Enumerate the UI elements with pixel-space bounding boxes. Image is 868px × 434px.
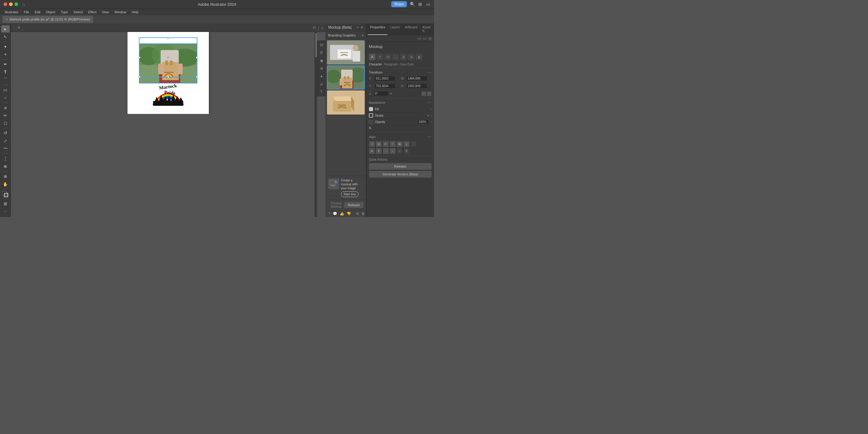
align-top-icon[interactable]: ⊤ [390, 141, 396, 147]
menu-object[interactable]: Object [43, 10, 58, 14]
hand-tool[interactable]: ✋ [1, 181, 10, 188]
mockup-thumb-3[interactable]: Martock Pride [327, 90, 365, 115]
distribute-left-icon[interactable]: ⋮ [410, 141, 416, 147]
ellipse-tool[interactable]: ○ [1, 94, 10, 101]
handle-tr[interactable] [196, 37, 198, 39]
transform-nav-icon[interactable]: ⊕ [318, 65, 325, 72]
preview-mockup-button[interactable]: Preview Mockup [328, 202, 344, 208]
minimize-button[interactable] [9, 2, 13, 6]
fill-color-swatch[interactable] [369, 107, 373, 111]
artboard-tool[interactable]: ⊞ [1, 200, 10, 207]
lasso-tool[interactable]: ⌖ [1, 51, 10, 58]
panel-close-icon[interactable]: ✕ [361, 25, 364, 30]
align-center-h-icon[interactable]: ⊟ [376, 141, 382, 147]
text-tool[interactable]: T [1, 68, 10, 76]
collapse-icon[interactable]: « [321, 26, 323, 30]
h-input[interactable] [406, 84, 427, 89]
shaper-tool[interactable]: ⬡ [1, 120, 10, 127]
angle-input[interactable] [373, 91, 389, 96]
menu-view[interactable]: View [99, 10, 112, 14]
search-icon[interactable]: 🔍 [410, 2, 415, 7]
tab-close-icon[interactable]: ✕ [5, 18, 8, 21]
flip-v-icon[interactable]: ↕ [427, 91, 432, 96]
add-icon[interactable]: ⊞ [356, 212, 359, 216]
share-button[interactable]: Share [391, 1, 407, 7]
tab-properties[interactable]: Properties [368, 24, 388, 35]
paintbrush-tool[interactable]: ⌀ [1, 104, 10, 111]
y-input[interactable] [374, 84, 396, 89]
dist-eq-icon[interactable]: ≡ [397, 148, 403, 154]
dist-h-icon[interactable]: ⇔ [369, 148, 375, 154]
appearance-more-icon[interactable]: ⋯ [427, 100, 432, 105]
branding-section-header[interactable]: Branding Graphics ▾ [326, 32, 366, 39]
rp-rect-icon[interactable]: ▭ [417, 36, 421, 41]
magic-wand-tool[interactable]: ✦ [1, 43, 10, 50]
maximize-button[interactable] [14, 2, 18, 6]
pathfinder-nav-icon[interactable]: ⊕ [408, 54, 415, 60]
curve-tool[interactable]: ⌒ [1, 76, 10, 84]
release-button[interactable]: Release [344, 202, 364, 208]
w-input[interactable] [406, 76, 427, 81]
opentype-icon[interactable]: Ot [384, 54, 391, 60]
help-icon[interactable]: ? [328, 212, 330, 216]
brush-nav-icon[interactable]: ⌀ [318, 81, 325, 87]
thumbs-up-icon[interactable]: 👍 [340, 212, 344, 216]
tab-layers[interactable]: Layers [388, 24, 402, 35]
blend-tool[interactable]: ⊗ [1, 163, 10, 170]
type-nav-icon[interactable]: T [318, 89, 325, 95]
close-button[interactable] [4, 2, 7, 6]
tab-assets[interactable]: Asset E. [420, 24, 433, 35]
warp-tool[interactable]: 〜 [1, 145, 10, 152]
menu-type[interactable]: Type [59, 10, 70, 14]
opacity-input[interactable] [417, 120, 429, 124]
window-controls[interactable]: ⌂ [4, 2, 25, 7]
qa-release-button[interactable]: Release [369, 163, 432, 170]
fill-stroke-indicator[interactable] [1, 190, 10, 197]
scrollbar-thumb[interactable] [315, 33, 317, 57]
dist-v-icon[interactable]: ⇕ [376, 148, 382, 154]
mockup-image-container[interactable]: Martock Pride [139, 37, 197, 78]
rp-info-icon[interactable]: ◎ [428, 36, 432, 41]
document-tab[interactable]: ✕ Martock pride profile pic.ai* @ 13.61 … [2, 16, 93, 23]
mockup-thumb-2[interactable]: Martock Pride [327, 65, 365, 90]
opacity-more-icon[interactable]: › [431, 120, 432, 124]
rotate-view-icon[interactable]: ↕ [13, 26, 15, 30]
align-left-icon[interactable]: ⊣ [369, 141, 375, 147]
tab-artboard[interactable]: Artboard [402, 24, 420, 35]
menu-help[interactable]: Help [129, 10, 141, 14]
rect-tool[interactable]: ▭ [1, 86, 10, 93]
x-input[interactable] [374, 76, 396, 81]
menu-file[interactable]: File [22, 10, 32, 14]
qa-generate-vectors-button[interactable]: Generate Vectors (Beta) [369, 171, 432, 178]
more-tools[interactable]: ⋯ [1, 208, 10, 215]
canvas-area[interactable]: Martock Pride [11, 32, 326, 114]
mockup-thumb-1[interactable]: Martock Pride [327, 40, 365, 64]
dist-eq2-icon[interactable]: ≣ [404, 148, 410, 154]
menu-illustrator[interactable]: Illustrator [2, 10, 21, 14]
direct-selection-tool[interactable]: ↖ [1, 33, 10, 40]
grid-icon[interactable]: ⊞ [418, 2, 423, 7]
align-more-icon[interactable]: ⋯ [427, 134, 432, 139]
vertical-scrollbar[interactable] [315, 32, 317, 217]
dist-top-icon[interactable]: ↑ [383, 148, 389, 154]
start-tour-button[interactable]: Start tour [341, 191, 359, 197]
selection-tool[interactable]: ▸ [1, 25, 10, 33]
grid-view-icon[interactable]: ⊟ [313, 26, 315, 30]
menu-edit[interactable]: Edit [32, 10, 43, 14]
pencil-tool[interactable]: ✏ [1, 112, 10, 119]
menu-select[interactable]: Select [71, 10, 85, 14]
artboard-nav-icon[interactable]: ⊟ [318, 41, 325, 48]
pen-tool[interactable]: ✒ [1, 61, 10, 68]
zoom-control[interactable]: ⊕ [18, 26, 20, 30]
color-nav-icon[interactable]: ● [318, 73, 325, 80]
rotate-tool[interactable]: ↺ [1, 129, 10, 136]
align-center-v-icon[interactable]: ⊞ [397, 141, 403, 147]
delete-icon[interactable]: 🗑 [361, 212, 365, 216]
dist-bot-icon[interactable]: ↓ [390, 148, 396, 154]
align-right-icon[interactable]: ⊢ [383, 141, 389, 147]
eyedropper-tool[interactable]: ⌶ [1, 155, 10, 162]
align-nav-icon[interactable]: ⊞ [400, 54, 407, 60]
menu-effect[interactable]: Effect [86, 10, 99, 14]
mockup-gallery[interactable]: Martock Pride [326, 39, 366, 176]
zoom-tool[interactable]: ⊕ [1, 173, 10, 180]
